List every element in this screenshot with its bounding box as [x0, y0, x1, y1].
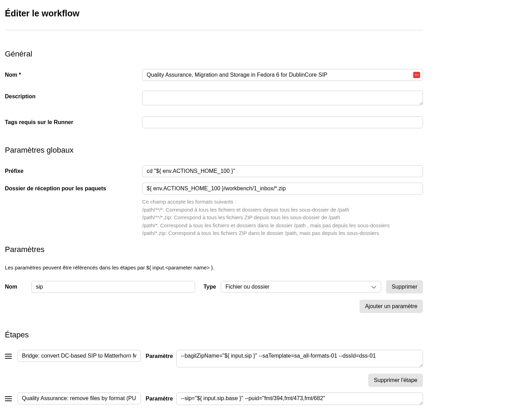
prefix-input[interactable] — [142, 165, 423, 177]
prefix-label: Préfixe — [5, 165, 142, 174]
step-param-label: Paramètre — [146, 392, 171, 402]
svg-point-0 — [415, 75, 416, 75]
page-title: Éditer le workflow — [5, 8, 423, 18]
param-type-label: Type — [203, 284, 216, 290]
step-param-label: Paramètre — [146, 350, 171, 359]
inbox-input[interactable] — [142, 183, 423, 194]
delete-step-row: Supprimer l'étape — [5, 374, 423, 387]
inbox-help: Ce champ accepte les formats suivants : … — [142, 198, 423, 237]
param-type-select[interactable]: Fichier ou dossier — [221, 281, 381, 292]
step-name-input[interactable] — [17, 392, 141, 404]
section-params-heading: Paramètres — [5, 245, 423, 254]
param-row: Nom Type Fichier ou dossier Supprimer — [5, 280, 423, 293]
param-name-label: Nom — [5, 284, 26, 290]
drag-handle-icon[interactable] — [5, 350, 13, 359]
step-param-input[interactable]: --bagitZipName="${ input.sip }" --saTemp… — [176, 350, 423, 367]
tags-label: Tags requis sur le Runner — [5, 116, 142, 125]
svg-point-2 — [418, 75, 418, 75]
tags-input[interactable] — [142, 116, 423, 128]
step-row: Paramètre --bagitZipName="${ input.sip }… — [5, 350, 423, 369]
section-general-heading: Général — [5, 49, 423, 59]
delete-step-button[interactable]: Supprimer l'étape — [368, 374, 423, 387]
name-label: Nom * — [5, 69, 142, 78]
step-name-input[interactable] — [17, 350, 141, 362]
delete-param-button[interactable]: Supprimer — [386, 280, 423, 293]
add-param-button[interactable]: Ajouter un paramètre — [360, 300, 423, 313]
description-label: Description — [5, 91, 142, 100]
help-line: Ce champ accepte les formats suivants : — [142, 198, 423, 206]
description-input[interactable] — [142, 91, 423, 105]
step-param-input[interactable]: --sip="${ input.sip.base }" --puid="fmt/… — [176, 392, 423, 405]
row-inbox: Dossier de réception pour les paquets Ce… — [5, 183, 423, 237]
row-tags: Tags requis sur le Runner — [5, 116, 423, 128]
name-input[interactable] — [142, 69, 423, 81]
help-line: /path/**/*.zip: Correspond à tous les fi… — [142, 214, 423, 222]
param-name-input[interactable] — [31, 281, 195, 293]
help-line: /path/**/*: Correspond à tous les fichie… — [142, 206, 423, 214]
params-note: Les paramètres peuvent être référencés d… — [5, 265, 423, 270]
step-row: Paramètre --sip="${ input.sip.base }" --… — [5, 392, 423, 406]
help-line: /path/*.zip: Correspond à tous les fichi… — [142, 229, 423, 237]
lang-badge-icon[interactable] — [413, 72, 420, 78]
row-name: Nom * — [5, 69, 423, 81]
svg-point-1 — [416, 75, 417, 75]
section-steps-heading: Étapes — [5, 330, 423, 339]
add-param-row: Ajouter un paramètre — [5, 300, 423, 313]
section-globals-heading: Paramètres globaux — [5, 146, 423, 155]
workflow-editor-form: Éditer le workflow Général Nom * Descrip… — [5, 8, 423, 406]
row-description: Description — [5, 91, 423, 107]
help-line: /path/*: Correspond à tous les fichiers … — [142, 222, 423, 230]
drag-handle-icon[interactable] — [5, 392, 13, 402]
row-prefix: Préfixe — [5, 165, 423, 177]
divider — [5, 30, 423, 30]
inbox-label: Dossier de réception pour les paquets — [5, 183, 142, 192]
